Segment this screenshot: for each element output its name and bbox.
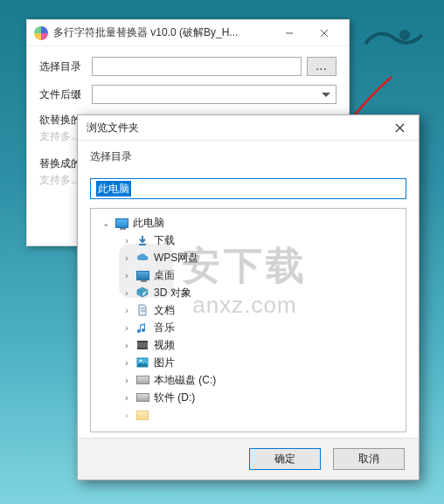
tree-root-label: 此电脑 <box>133 216 164 231</box>
tree-item-desktop[interactable]: › 桌面 <box>94 266 402 284</box>
expand-icon[interactable]: › <box>122 376 131 385</box>
path-selected-text: 此电脑 <box>96 181 131 197</box>
dialog-footer: 确定 取消 <box>78 438 419 480</box>
collapse-icon[interactable]: ⌄ <box>101 218 110 228</box>
browse-button[interactable]: ... <box>307 57 336 76</box>
cancel-button[interactable]: 取消 <box>333 448 405 470</box>
dir-input[interactable] <box>92 57 302 76</box>
tree-item-drive-c[interactable]: › 本地磁盘 (C:) <box>94 371 402 389</box>
bg-decoration <box>357 9 427 70</box>
expand-icon[interactable]: › <box>122 306 131 315</box>
dialog-close-button[interactable] <box>382 115 417 140</box>
tree-item-pictures[interactable]: › 图片 <box>94 354 402 371</box>
expand-icon[interactable]: › <box>122 341 131 350</box>
dialog-titlebar: 浏览文件夹 <box>78 115 419 140</box>
svg-rect-9 <box>137 342 148 349</box>
tree-item-documents[interactable]: › 文档 <box>94 301 402 319</box>
folder-tree[interactable]: ⌄ 此电脑 › 下载 › WPS网盘 › 桌面 › 3 <box>90 208 406 432</box>
drive-icon <box>135 374 149 386</box>
expand-icon[interactable]: › <box>122 323 131 333</box>
downloads-icon <box>135 234 149 246</box>
tree-item-3d[interactable]: › 3D 对象 <box>94 284 402 301</box>
app-icon <box>34 26 48 40</box>
monitor-icon <box>114 217 128 229</box>
dialog-instruction: 选择目录 <box>90 149 406 164</box>
desktop-icon <box>135 269 149 281</box>
ok-button[interactable]: 确定 <box>249 448 321 470</box>
tree-item-more[interactable]: › <box>94 406 402 424</box>
label-file-ext: 文件后缀 <box>39 87 87 102</box>
expand-icon[interactable]: › <box>122 393 131 403</box>
dialog-path-input[interactable]: 此电脑 <box>90 178 406 199</box>
dialog-title: 浏览文件夹 <box>87 121 382 135</box>
music-icon <box>135 321 149 334</box>
tree-item-downloads[interactable]: › 下载 <box>94 231 402 249</box>
expand-icon[interactable]: › <box>122 236 131 245</box>
svg-point-13 <box>140 360 142 362</box>
svg-rect-11 <box>137 348 148 349</box>
tree-item-drive-d[interactable]: › 软件 (D:) <box>94 389 402 406</box>
svg-point-0 <box>399 30 410 40</box>
browse-folder-dialog: 浏览文件夹 选择目录 此电脑 ⌄ 此电脑 › 下载 › WPS网盘 <box>77 114 420 480</box>
tree-item-wps[interactable]: › WPS网盘 <box>94 249 402 266</box>
cloud-icon <box>135 252 149 264</box>
tree-item-music[interactable]: › 音乐 <box>94 319 402 336</box>
cube-icon <box>135 287 149 299</box>
tree-item-videos[interactable]: › 视频 <box>94 336 402 354</box>
expand-icon[interactable]: › <box>122 411 131 420</box>
folder-icon <box>135 409 149 421</box>
video-icon <box>135 339 149 351</box>
tree-root[interactable]: ⌄ 此电脑 <box>94 214 402 231</box>
main-title: 多行字符批量替换器 v10.0 (破解By_H... <box>53 25 272 40</box>
pictures-icon <box>135 356 149 369</box>
drive-icon <box>135 391 149 404</box>
close-button[interactable] <box>307 21 342 45</box>
expand-icon[interactable]: › <box>122 358 131 368</box>
label-select-dir: 选择目录 <box>39 59 87 74</box>
expand-icon[interactable]: › <box>122 271 131 280</box>
svg-rect-10 <box>137 341 148 342</box>
minimize-button[interactable] <box>272 21 307 45</box>
expand-icon[interactable]: › <box>122 288 131 298</box>
main-titlebar: 多行字符批量替换器 v10.0 (破解By_H... <box>27 20 349 46</box>
expand-icon[interactable]: › <box>122 253 131 263</box>
document-icon <box>135 304 149 316</box>
ext-combobox[interactable] <box>92 85 336 104</box>
